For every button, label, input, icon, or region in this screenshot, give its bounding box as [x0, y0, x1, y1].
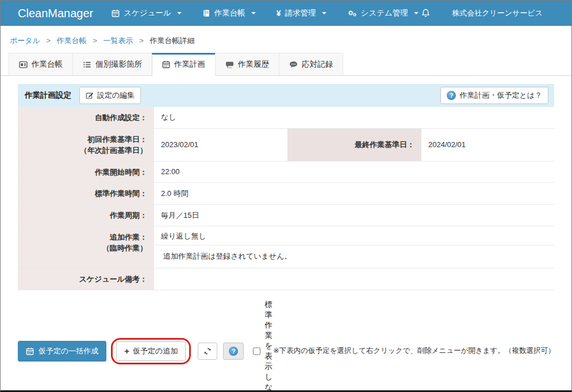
list-icon: [83, 61, 91, 68]
question-circle-icon: ?: [229, 347, 238, 356]
right-click-delete-note: ※下表内の仮予定を選択して右クリックで、削除メニューが開きます。（複数選択可）: [273, 346, 555, 356]
edit-pencil-icon: [86, 91, 94, 99]
tab-response-records[interactable]: 応対記録: [279, 53, 343, 75]
field-label: スケジュール備考：: [18, 268, 154, 290]
tentative-schedule-toolbar: 仮予定の一括作成 + 仮予定の追加 ? 標準作業を表示しない ※下表内の仮予定: [18, 299, 554, 392]
add-tentative-button[interactable]: + 仮予定の追加: [116, 341, 186, 361]
calendar-icon: [162, 60, 170, 68]
top-navbar: CleanManager スケジュール 作業台帳 ¥ 請求管理: [1, 1, 571, 26]
card-icon: [19, 61, 28, 68]
chevron-down-icon: [251, 12, 256, 14]
nav-menu-billing[interactable]: ¥ 請求管理: [277, 8, 327, 18]
form-row-standard-hours: 標準作業時間： 2.0 時間: [18, 183, 554, 205]
chevron-down-icon: [414, 12, 419, 14]
nav-menu-schedule[interactable]: スケジュール: [112, 8, 182, 18]
nav-menu-system[interactable]: システム管理: [347, 8, 419, 18]
edit-settings-button[interactable]: 設定の編集: [79, 87, 141, 104]
additional-work-value: 繰り返し無し: [154, 226, 554, 245]
what-is-work-plan-help-button[interactable]: ? 作業計画・仮予定とは？: [440, 87, 548, 104]
work-plan-settings-form: 自動作成設定： なし 初回作業基準日： （年次計画基準日） 2023/02/01…: [18, 107, 554, 290]
help-button[interactable]: ?: [223, 343, 244, 360]
standard-hours-value: 2.0 時間: [154, 183, 554, 204]
field-label: 標準作業時間：: [18, 183, 154, 204]
field-label: 作業開始時間：: [18, 162, 154, 183]
breadcrumb-link-work-ledger[interactable]: 作業台帳: [57, 36, 87, 45]
tab-work-history[interactable]: 作業履歴: [215, 53, 279, 75]
account-company-name[interactable]: 株式会社クリーンサービス: [452, 8, 543, 18]
question-circle-icon: ?: [447, 91, 456, 100]
form-row-additional-work: 追加作業： （臨時作業） 繰り返し無し 追加作業計画は登録されていません。: [18, 226, 554, 268]
calendar-icon: [26, 347, 34, 355]
app-window: CleanManager スケジュール 作業台帳 ¥ 請求管理: [0, 0, 572, 392]
chevron-down-icon: [322, 12, 327, 14]
hide-standard-work-checkbox[interactable]: 標準作業を表示しない: [253, 299, 273, 392]
gears-icon: [347, 9, 357, 17]
field-label: 最終作業基準日：: [287, 129, 421, 161]
form-row-work-cycle: 作業周期： 毎月／15日: [18, 205, 554, 226]
refresh-icon: [204, 347, 212, 355]
calendar-icon: [112, 9, 120, 17]
breadcrumb-link-list-view[interactable]: 一覧表示: [103, 36, 133, 45]
breadcrumb-link-portal[interactable]: ポータル: [10, 36, 40, 45]
tab-bar: 作業台帳 個別撮影箇所 作業計画 作業履歴 応対記録: [1, 53, 571, 76]
page-content: 作業計画設定 設定の編集 ? 作業計画・仮予定とは？ 自動作成設定： なし: [1, 84, 571, 392]
field-label: 追加作業： （臨時作業）: [18, 226, 154, 268]
navbar-right: 株式会社クリーンサービス: [421, 8, 571, 18]
breadcrumb: ポータル > 作業台帳 > 一覧表示 > 作業台帳詳細: [1, 26, 571, 51]
last-base-date-value: 2024/02/01: [421, 129, 554, 161]
plus-icon: +: [124, 348, 129, 354]
history-comments-icon: [225, 61, 234, 68]
work-cycle-value: 毎月／15日: [154, 205, 554, 226]
refresh-button[interactable]: [198, 343, 217, 360]
red-highlight-annotation: + 仮予定の追加: [111, 338, 191, 364]
speech-bubble-icon: [289, 61, 298, 68]
field-label: 初回作業基準日： （年次計画基準日）: [18, 129, 154, 161]
brand-logo[interactable]: CleanManager: [18, 7, 93, 20]
chevron-down-icon: [177, 12, 182, 14]
book-icon: [202, 9, 210, 17]
schedule-note-value: [154, 268, 554, 290]
field-label: 自動作成設定：: [18, 107, 154, 128]
breadcrumb-current: 作業台帳詳細: [149, 36, 194, 45]
first-base-date-value: 2023/02/01: [154, 129, 287, 161]
form-row-schedule-note: スケジュール備考：: [18, 268, 554, 290]
form-row-auto-create: 自動作成設定： なし: [18, 107, 554, 129]
form-row-start-time: 作業開始時間： 22:00: [18, 162, 554, 183]
additional-work-note: 追加作業計画は登録されていません。: [154, 245, 554, 268]
notification-bell-icon[interactable]: [421, 9, 430, 18]
hide-standard-work-checkbox-input[interactable]: [253, 347, 260, 355]
main-menu: スケジュール 作業台帳 ¥ 請求管理 システム管理: [112, 8, 419, 18]
yen-icon: ¥: [277, 9, 281, 18]
nav-menu-work-ledger[interactable]: 作業台帳: [202, 8, 256, 18]
tab-work-ledger[interactable]: 作業台帳: [9, 53, 73, 75]
tab-individual-photo-spots[interactable]: 個別撮影箇所: [72, 53, 152, 75]
auto-create-value: なし: [154, 107, 554, 128]
bulk-create-tentative-button[interactable]: 仮予定の一括作成: [18, 341, 106, 362]
field-label: 作業周期：: [18, 205, 154, 226]
work-plan-settings-header: 作業計画設定 設定の編集 ? 作業計画・仮予定とは？: [18, 84, 554, 107]
panel-title: 作業計画設定: [25, 90, 71, 101]
form-row-base-dates: 初回作業基準日： （年次計画基準日） 2023/02/01 最終作業基準日： 2…: [18, 129, 554, 162]
tab-work-plan[interactable]: 作業計画: [152, 53, 216, 76]
start-time-value: 22:00: [154, 162, 554, 183]
